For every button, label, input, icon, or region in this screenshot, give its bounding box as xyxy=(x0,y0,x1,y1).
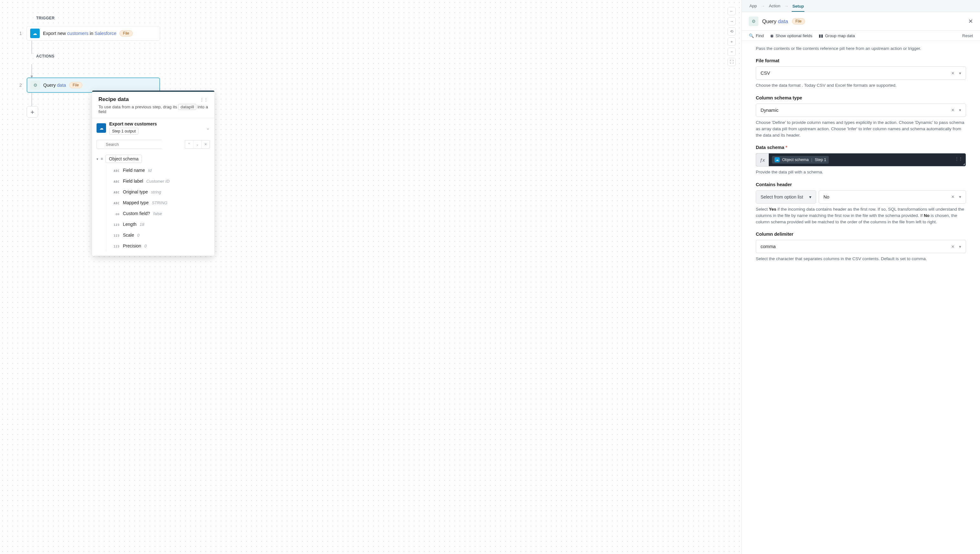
column-schema-type-label: Column schema type xyxy=(756,95,966,100)
config-toolbar: 🔍Find ◉Show optional fields ▮▮Group map … xyxy=(742,31,980,41)
pass-contents-helper: Pass the contents or file contents refer… xyxy=(756,45,966,52)
clear-icon[interactable]: ✕ xyxy=(951,108,955,113)
datapill-item[interactable]: ⊘⊙Custom field?false xyxy=(107,208,210,219)
column-delimiter-select[interactable]: comma ✕▾ xyxy=(756,240,966,253)
file-badge: File xyxy=(119,30,132,37)
file-tools-icon: ⚙ xyxy=(30,80,40,90)
clear-search-icon[interactable]: ✕ xyxy=(201,140,210,148)
close-panel-button[interactable]: ✕ xyxy=(968,18,973,25)
recipe-canvas: ← → ⟲ ＋ − ⛶ TRIGGER 1 ☁︎ Export new cust… xyxy=(0,0,742,554)
column-delimiter-label: Column delimiter xyxy=(756,232,966,237)
arrow-right-icon: → xyxy=(760,3,765,9)
input-mode-select[interactable]: Select from option list ▾ xyxy=(756,190,816,204)
clear-icon[interactable]: ✕ xyxy=(951,71,955,76)
connector-arrow xyxy=(32,64,32,78)
file-badge: File xyxy=(69,82,82,88)
search-controls: ⌃ ⌄ ✕ xyxy=(185,140,210,149)
arrow-right-icon: → xyxy=(784,3,789,9)
recipe-data-title: Recipe data xyxy=(99,96,129,103)
contains-header-helper: Select Yes if the incoming data contains… xyxy=(756,206,966,226)
datapill-item[interactable]: 123Precision0 xyxy=(107,240,210,251)
step-2-text: Query data xyxy=(43,83,66,88)
list-icon: ≡ xyxy=(101,157,103,161)
file-format-helper: Choose the data format . Today CSV and E… xyxy=(756,82,966,89)
file-tools-icon: ⚙ xyxy=(749,16,758,26)
connector-line xyxy=(32,41,32,54)
step-1-text: Export new customers in Salesforce xyxy=(43,31,116,36)
trigger-section-label: TRIGGER xyxy=(36,16,722,20)
file-badge: File xyxy=(792,18,805,24)
connector-line xyxy=(32,93,32,106)
data-source-section[interactable]: ☁︎ Export new customers Step 1 output ⌄ xyxy=(92,118,214,138)
config-panel: App → Action → Setup ⚙ Query data File ✕… xyxy=(742,0,980,554)
config-titlebar: ⚙ Query data File ✕ xyxy=(742,12,980,31)
reset-button[interactable]: Reset xyxy=(962,33,973,38)
datapill-item[interactable]: ABCMapped typeSTRING xyxy=(107,197,210,208)
clear-icon[interactable]: ✕ xyxy=(951,244,955,249)
tab-setup[interactable]: Setup xyxy=(792,1,804,12)
add-step-button[interactable]: ＋ xyxy=(27,106,38,118)
drag-handle-icon[interactable]: ⋮⋮ xyxy=(200,97,208,102)
canvas-zoom-out-button[interactable]: − xyxy=(727,48,736,56)
object-schema-pill[interactable]: Object schema xyxy=(105,155,142,163)
search-icon: 🔍 xyxy=(749,33,754,38)
chevron-down-icon[interactable]: ▾ xyxy=(959,244,961,249)
datapill-item[interactable]: 123Length18 xyxy=(107,219,210,230)
datapill-item[interactable]: ABCOriginal typestring xyxy=(107,186,210,197)
file-format-select[interactable]: CSV ✕▾ xyxy=(756,66,966,80)
step-number: 2 xyxy=(19,83,22,88)
salesforce-icon: ☁︎ xyxy=(97,123,106,133)
tree-root-row[interactable]: ▾ ≡ Object schema xyxy=(97,153,210,165)
file-format-label: File format xyxy=(756,58,966,63)
column-schema-type-select[interactable]: Dynamic ✕▾ xyxy=(756,103,966,117)
chevron-down-icon[interactable]: ⌄ xyxy=(206,126,210,131)
data-schema-label: Data schema * xyxy=(756,145,966,150)
datapill-item[interactable]: ABCField labelCustomer ID xyxy=(107,176,210,186)
show-optional-fields-button[interactable]: ◉Show optional fields xyxy=(770,33,812,38)
chevron-down-icon[interactable]: ▾ xyxy=(959,108,961,113)
chevron-down-icon: ▾ xyxy=(809,194,811,199)
resize-handle-icon[interactable]: ◢ xyxy=(963,162,965,166)
canvas-toolbar: ← → ⟲ ＋ − ⛶ xyxy=(727,7,736,66)
column-delimiter-helper: Select the character that separates colu… xyxy=(756,256,966,262)
datapill-item[interactable]: ABCField nameId xyxy=(107,165,210,176)
datapill-item[interactable]: 123Scale0 xyxy=(107,230,210,240)
canvas-fit-button[interactable]: ⛶ xyxy=(727,58,736,66)
datapill-search-input[interactable] xyxy=(97,140,162,149)
object-schema-datapill[interactable]: ☁︎ Object schema | Step 1 xyxy=(772,156,829,164)
clear-icon[interactable]: ✕ xyxy=(951,194,955,199)
columns-icon: ▮▮ xyxy=(819,33,823,38)
data-schema-formula-input[interactable]: ƒx ☁︎ Object schema | Step 1 ⋮⋮ ◢ xyxy=(756,153,966,166)
recipe-data-panel: Recipe data ⋮⋮ To use data from a previo… xyxy=(92,91,214,256)
config-form: Pass the contents or file contents refer… xyxy=(742,41,980,554)
collapse-triangle-icon[interactable]: ▾ xyxy=(97,157,98,161)
actions-section-label: ACTIONS xyxy=(36,54,722,59)
config-tabs: App → Action → Setup xyxy=(742,0,980,12)
contains-header-label: Contains header xyxy=(756,182,966,187)
find-button[interactable]: 🔍Find xyxy=(749,33,764,38)
drag-handle-icon[interactable]: ⋮⋮ xyxy=(955,157,963,161)
group-map-data-button[interactable]: ▮▮Group map data xyxy=(819,33,855,38)
chevron-down-icon[interactable]: ▾ xyxy=(959,194,961,199)
chevron-down-icon[interactable]: ▾ xyxy=(959,71,961,76)
tab-app[interactable]: App xyxy=(749,0,757,11)
formula-mode-button[interactable]: ƒx xyxy=(756,153,769,166)
step-number: 1 xyxy=(19,31,22,36)
canvas-zoom-in-button[interactable]: ＋ xyxy=(727,38,736,46)
step-1-row[interactable]: 1 ☁︎ Export new customers in Salesforce … xyxy=(19,26,722,41)
salesforce-icon: ☁︎ xyxy=(775,157,780,162)
data-schema-helper: Provide the data pill with a schema. xyxy=(756,169,966,175)
canvas-forward-button[interactable]: → xyxy=(727,17,736,25)
config-title: Query data xyxy=(762,18,788,24)
canvas-undo-button[interactable]: ⟲ xyxy=(727,27,736,36)
column-schema-type-helper: Choose 'Define' to provide column names … xyxy=(756,119,966,139)
eye-icon: ◉ xyxy=(770,33,773,38)
recipe-data-hint: To use data from a previous step, drag i… xyxy=(99,105,208,114)
data-source-title: Export new customers xyxy=(109,121,203,126)
contains-header-select[interactable]: No ✕▾ xyxy=(819,190,966,204)
tab-action[interactable]: Action xyxy=(768,0,781,11)
salesforce-icon: ☁︎ xyxy=(30,29,40,38)
collapse-up-icon[interactable]: ⌃ xyxy=(185,140,193,148)
expand-down-icon[interactable]: ⌄ xyxy=(193,140,201,148)
canvas-back-button[interactable]: ← xyxy=(727,7,736,15)
